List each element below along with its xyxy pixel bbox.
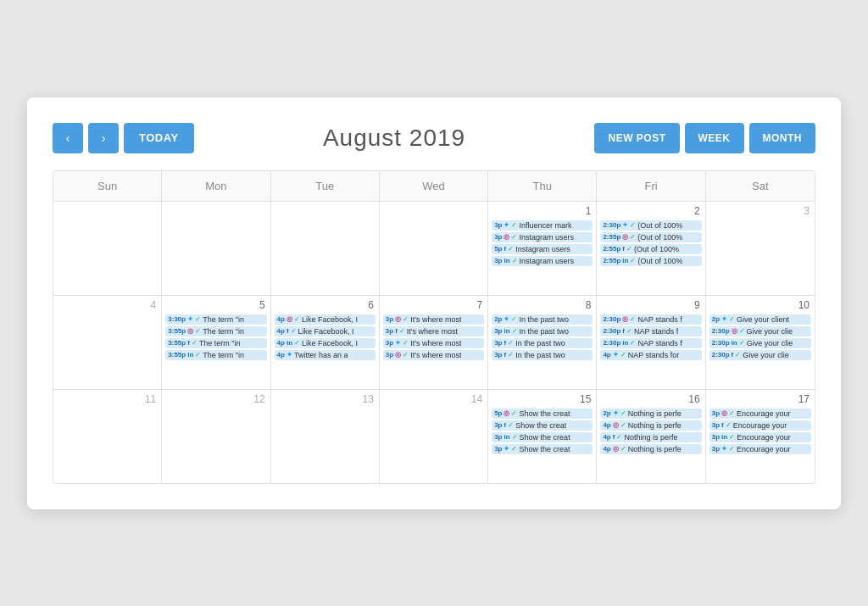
day-num-1-2: 6: [275, 299, 376, 311]
event-item[interactable]: 4p◎✓Nothing is perfe: [600, 444, 701, 454]
day-cell-1-3[interactable]: 73p◎✓It's where most3pf✓It's where most3…: [380, 296, 488, 389]
event-item[interactable]: 3p◎✓It's where most: [383, 314, 484, 325]
header-thu: Thu: [488, 171, 597, 201]
day-cell-0-4[interactable]: 13p✦✓Influencer mark3p◎✓Instagram users5…: [488, 202, 597, 295]
today-button[interactable]: TODAY: [124, 123, 194, 153]
day-cell-0-6[interactable]: 3: [706, 202, 815, 295]
new-post-button[interactable]: NEW POST: [594, 123, 679, 153]
event-item[interactable]: 3:55p◎✓The term "in: [165, 326, 266, 336]
event-item[interactable]: 4pf✓Nothing is perfe: [600, 432, 701, 442]
day-cell-1-5[interactable]: 92:30p◎✓NAP stands f2:30pf✓NAP stands f2…: [597, 296, 705, 389]
day-num-2-4: 15: [492, 393, 593, 405]
event-item[interactable]: 2:55p◎✓(Out of 100%: [600, 232, 701, 242]
day-cell-1-6[interactable]: 102p✦✓Give your client2:30p◎✓Give your c…: [706, 296, 815, 389]
calendar-grid: Sun Mon Tue Wed Thu Fri Sat 13p✦✓Influen…: [53, 170, 815, 484]
calendar-body: 13p✦✓Influencer mark3p◎✓Instagram users5…: [53, 202, 815, 483]
day-num-2-2: 13: [275, 393, 376, 405]
event-item[interactable]: 2p✦✓Give your client: [709, 314, 811, 325]
event-item[interactable]: 3pin✓In the past two: [492, 326, 593, 336]
day-cell-2-1[interactable]: 12: [162, 390, 270, 483]
header-mon: Mon: [162, 171, 270, 201]
day-cell-0-3[interactable]: [380, 202, 488, 295]
header-right: NEW POST WEEK MONTH: [594, 123, 815, 153]
event-item[interactable]: 2:30p◎✓Give your clie: [709, 326, 811, 336]
event-item[interactable]: 4p◎✓Like Facebook, I: [275, 314, 376, 325]
event-item[interactable]: 2:55pf✓(Out of 100%: [600, 244, 701, 254]
day-num-0-5: 2: [600, 205, 701, 217]
day-cell-1-4[interactable]: 82p✦✓In the past two3pin✓In the past two…: [488, 296, 597, 389]
event-item[interactable]: 5p◎✓Show the creat: [492, 409, 593, 419]
week-row-1: 453:30p✦✓The term "in3:55p◎✓The term "in…: [53, 296, 815, 390]
event-item[interactable]: 2:30pin✓NAP stands f: [600, 338, 701, 348]
day-num-2-0: 11: [57, 393, 158, 405]
day-num-1-4: 8: [492, 299, 593, 311]
day-cell-0-2[interactable]: [271, 202, 380, 295]
day-cell-2-0[interactable]: 11: [53, 390, 162, 483]
event-item[interactable]: 3p◎✓Instagram users: [492, 232, 593, 242]
header-fri: Fri: [597, 171, 705, 201]
day-cell-2-5[interactable]: 162p✦✓Nothing is perfe4p◎✓Nothing is per…: [597, 390, 705, 483]
calendar-container: ‹ › TODAY August 2019 NEW POST WEEK MONT…: [27, 97, 841, 509]
event-item[interactable]: 3pin✓Instagram users: [492, 256, 593, 266]
event-item[interactable]: 5pf✓Instagram users: [492, 244, 593, 254]
event-item[interactable]: 3pf✓It's where most: [383, 326, 484, 336]
week-row-0: 13p✦✓Influencer mark3p◎✓Instagram users5…: [53, 202, 815, 296]
event-item[interactable]: 2:55pin✓(Out of 100%: [600, 256, 701, 266]
event-item[interactable]: 4pf✓Like Facebook, I: [275, 326, 376, 336]
day-num-2-3: 14: [383, 393, 484, 405]
event-item[interactable]: 3pf✓Encourage your: [709, 420, 811, 431]
week-row-2: 11121314155p◎✓Show the creat3pf✓Show the…: [53, 390, 815, 483]
event-item[interactable]: 3p◎✓Encourage your: [709, 409, 811, 419]
event-item[interactable]: 3p✦✓Influencer mark: [492, 220, 593, 231]
event-item[interactable]: 2:30p✦✓(Out of 100%: [600, 220, 701, 231]
day-cell-1-1[interactable]: 53:30p✦✓The term "in3:55p◎✓The term "in3…: [162, 296, 270, 389]
event-item[interactable]: 2p✦✓Nothing is perfe: [600, 409, 701, 419]
calendar-header: ‹ › TODAY August 2019 NEW POST WEEK MONT…: [53, 123, 815, 153]
day-num-2-6: 17: [709, 393, 811, 405]
event-item[interactable]: 3:55pf✓The term "in: [165, 338, 266, 348]
day-num-1-1: 5: [165, 299, 266, 311]
event-item[interactable]: 3pf✓In the past two: [492, 338, 593, 348]
day-num-1-6: 10: [709, 299, 811, 311]
day-num-0-6: 3: [709, 205, 811, 217]
month-view-button[interactable]: MONTH: [749, 123, 816, 153]
event-item[interactable]: 4p✦✓NAP stands for: [600, 350, 701, 360]
header-sun: Sun: [53, 171, 162, 201]
event-item[interactable]: 2:30pf✓Give your clie: [709, 350, 811, 360]
event-item[interactable]: 4p✦Twitter has an a: [275, 350, 376, 360]
day-num-0-4: 1: [492, 205, 593, 217]
day-cell-2-3[interactable]: 14: [380, 390, 488, 483]
event-item[interactable]: 3:55pin✓The term "in: [165, 350, 266, 360]
calendar-title: August 2019: [323, 125, 465, 152]
day-cell-2-6[interactable]: 173p◎✓Encourage your3pf✓Encourage your3p…: [706, 390, 815, 483]
day-cell-2-4[interactable]: 155p◎✓Show the creat3pf✓Show the creat3p…: [488, 390, 597, 483]
day-cell-1-0[interactable]: 4: [53, 296, 162, 389]
day-cell-0-1[interactable]: [162, 202, 270, 295]
event-item[interactable]: 3p✦✓Show the creat: [492, 444, 593, 454]
day-cell-1-2[interactable]: 64p◎✓Like Facebook, I4pf✓Like Facebook, …: [271, 296, 380, 389]
prev-button[interactable]: ‹: [53, 123, 83, 153]
day-cell-0-0[interactable]: [53, 202, 162, 295]
event-item[interactable]: 3p✦✓It's where most: [383, 338, 484, 348]
event-item[interactable]: 3pin✓Show the creat: [492, 432, 593, 442]
event-item[interactable]: 3pf✓Show the creat: [492, 420, 593, 431]
event-item[interactable]: 3pin✓Encourage your: [709, 432, 811, 442]
week-view-button[interactable]: WEEK: [685, 123, 744, 153]
event-item[interactable]: 2:30pin✓Give your clie: [709, 338, 811, 348]
day-num-2-1: 12: [165, 393, 266, 405]
event-item[interactable]: 2:30pf✓NAP stands f: [600, 326, 701, 336]
day-cell-0-5[interactable]: 22:30p✦✓(Out of 100%2:55p◎✓(Out of 100%2…: [597, 202, 705, 295]
day-cell-2-2[interactable]: 13: [271, 390, 380, 483]
event-item[interactable]: 2:30p◎✓NAP stands f: [600, 314, 701, 325]
event-item[interactable]: 3p◎✓It's where most: [383, 350, 484, 360]
day-num-1-5: 9: [600, 299, 701, 311]
event-item[interactable]: 2p✦✓In the past two: [492, 314, 593, 325]
event-item[interactable]: 4p◎✓Nothing is perfe: [600, 420, 701, 431]
event-item[interactable]: 3:30p✦✓The term "in: [165, 314, 266, 325]
event-item[interactable]: 4pin✓Like Facebook, I: [275, 338, 376, 348]
event-item[interactable]: 3p✦✓Encourage your: [709, 444, 811, 454]
header-sat: Sat: [706, 171, 815, 201]
day-num-1-0: 4: [57, 299, 158, 311]
event-item[interactable]: 3pf✓In the past two: [492, 350, 593, 360]
next-button[interactable]: ›: [88, 123, 119, 153]
